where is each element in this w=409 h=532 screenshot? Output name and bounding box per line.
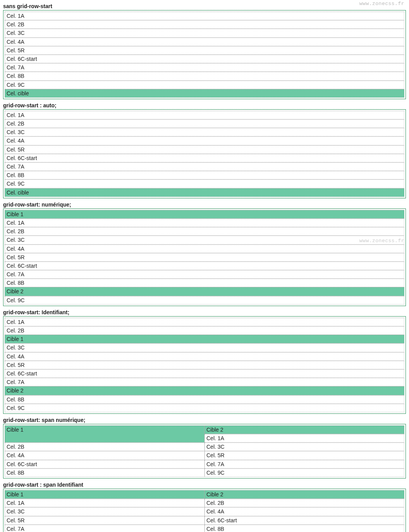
section-title: grid-row-start : span Identifiant — [3, 482, 406, 488]
grid-cell-target: Cible 1 — [5, 210, 404, 219]
grid-cell: Cel. 3C — [5, 29, 404, 37]
grid-cell: Cel. 1A — [5, 111, 404, 119]
section-title: grid-row-start: Identifiant; — [3, 309, 406, 315]
grid-cell: Cel. 9C — [5, 404, 404, 412]
grid-cell: Cel. 7A — [5, 270, 404, 279]
grid-cell: Cel. 8B — [5, 395, 404, 404]
grid-cell-target: Cible 2 — [204, 425, 404, 434]
grid-cell: Cel. 3C — [204, 442, 404, 451]
grid-cell: Cel. 5R — [5, 253, 404, 262]
grid-cell: Cel. 8B — [5, 279, 404, 287]
grid-cell-target: Cel. cible — [5, 188, 404, 197]
grid-cell: Cel. 3C — [5, 507, 204, 516]
grid-cell: Cel. 5R — [5, 46, 404, 55]
grid-container: Cible 1Cible 2Cel. 1ACel. 2BCel. 3CCel. … — [3, 489, 406, 532]
grid-example-section: grid-row-start: span numérique;Cible 1Ci… — [3, 417, 406, 479]
grid-cell: Cel. 4A — [204, 507, 404, 516]
grid-cell: Cel. 8B — [5, 468, 204, 477]
grid-cell: Cel. 9C — [204, 468, 404, 477]
grid-cell: Cel. 5R — [5, 516, 204, 525]
grid-cells: Cible 1Cel. 1ACel. 2BCel. 3CCel. 4ACel. … — [5, 210, 404, 305]
grid-cell-target: Cible 2 — [204, 490, 404, 499]
grid-cell: Cel. 5R — [204, 451, 404, 460]
grid-cell-target: Cible 1 — [5, 335, 404, 343]
grid-cell: Cel. 7A — [5, 525, 204, 532]
grid-cell: Cel. 8B — [5, 171, 404, 179]
grid-container: Cel. 1ACel. 2BCible 1Cel. 3CCel. 4ACel. … — [3, 316, 406, 414]
grid-cells: Cible 1Cible 2Cel. 1ACel. 2BCel. 3CCel. … — [5, 425, 404, 477]
grid-cell: Cel. 8B — [204, 525, 404, 532]
grid-cell: Cel. 9C — [5, 81, 404, 89]
grid-cell: Cel. 7A — [5, 162, 404, 171]
grid-example-section: grid-row-start : span IdentifiantCible 1… — [3, 482, 406, 532]
grid-cell: Cel. 6C-start — [5, 154, 404, 162]
grid-cell: Cel. 4A — [5, 451, 204, 460]
grid-example-section: grid-row-start: Identifiant;Cel. 1ACel. … — [3, 309, 406, 414]
grid-cell: Cel. 3C — [5, 128, 404, 136]
section-title: grid-row-start : auto; — [3, 102, 406, 108]
grid-cell: Cel. 1A — [5, 318, 404, 326]
grid-cell: Cel. 6C-start — [204, 516, 404, 525]
grid-example-section: grid-row-start: numérique;Cible 1Cel. 1A… — [3, 201, 406, 306]
grid-cell: Cel. 7A — [204, 460, 404, 468]
grid-cell: Cel. 4A — [5, 136, 404, 145]
grid-container: Cel. 1ACel. 2BCel. 3CCel. 4ACel. 5RCel. … — [3, 10, 406, 99]
grid-cells: Cel. 1ACel. 2BCel. 3CCel. 4ACel. 5RCel. … — [5, 12, 404, 98]
grid-cell: Cel. 1A — [5, 12, 404, 20]
grid-cell-target: Cible 2 — [5, 287, 404, 296]
grid-cell-target: Cel. cible — [5, 89, 404, 98]
grid-cell: Cel. 6C-start — [5, 460, 204, 468]
grid-cell: Cel. 1A — [204, 434, 404, 442]
grid-example-section: grid-row-start : auto;Cel. 1ACel. 2BCel.… — [3, 102, 406, 198]
section-title: grid-row-start: span numérique; — [3, 417, 406, 423]
grid-cell: Cel. 8B — [5, 72, 404, 80]
section-title: grid-row-start: numérique; — [3, 201, 406, 208]
grid-cell-target: Cible 1 — [5, 490, 204, 499]
grid-cell-target: Cible 1 — [5, 425, 204, 442]
grid-cell: Cel. 2B — [5, 227, 404, 236]
grid-cell: Cel. 7A — [5, 63, 404, 72]
grid-cell: Cel. 5R — [5, 145, 404, 154]
grid-container: Cel. 1ACel. 2BCel. 3CCel. 4ACel. 5RCel. … — [3, 109, 406, 198]
grid-cell: Cel. 5R — [5, 361, 404, 369]
watermark-top: www.zonecss.fr — [359, 1, 404, 7]
grid-cell: Cel. 2B — [5, 326, 404, 335]
grid-cell: Cel. 9C — [5, 296, 404, 305]
grid-cell: Cel. 2B — [5, 442, 204, 451]
grid-cell: Cel. 9C — [5, 179, 404, 188]
grid-cell-target: Cible 2 — [5, 386, 404, 395]
grid-cell: Cel. 4A — [5, 244, 404, 253]
grid-cell: Cel. 1A — [5, 219, 404, 227]
grid-cell: Cel. 2B — [5, 119, 404, 128]
grid-cell: Cel. 3C — [5, 343, 404, 352]
grid-cell: Cel. 2B — [204, 499, 404, 507]
grid-container: Cible 1Cible 2Cel. 1ACel. 2BCel. 3CCel. … — [3, 424, 406, 479]
grid-cells: Cible 1Cible 2Cel. 1ACel. 2BCel. 3CCel. … — [5, 490, 404, 532]
grid-cell: Cel. 6C-start — [5, 262, 404, 270]
grid-cells: Cel. 1ACel. 2BCel. 3CCel. 4ACel. 5RCel. … — [5, 111, 404, 197]
grid-cell: Cel. 2B — [5, 20, 404, 29]
watermark-middle: www.zonecss.fr — [359, 238, 404, 244]
grid-container: Cible 1Cel. 1ACel. 2BCel. 3CCel. 4ACel. … — [3, 208, 406, 306]
grid-cell: Cel. 7A — [5, 378, 404, 386]
grid-cell: Cel. 6C-start — [5, 369, 404, 378]
grid-example-section: sans grid-row-startCel. 1ACel. 2BCel. 3C… — [3, 3, 406, 99]
section-title: sans grid-row-start — [3, 3, 406, 9]
grid-cell: Cel. 4A — [5, 38, 404, 46]
grid-cell: Cel. 3C — [5, 236, 404, 244]
grid-cells: Cel. 1ACel. 2BCible 1Cel. 3CCel. 4ACel. … — [5, 318, 404, 412]
grid-cell: Cel. 4A — [5, 352, 404, 361]
grid-cell: Cel. 6C-start — [5, 55, 404, 63]
grid-cell: Cel. 1A — [5, 499, 204, 507]
